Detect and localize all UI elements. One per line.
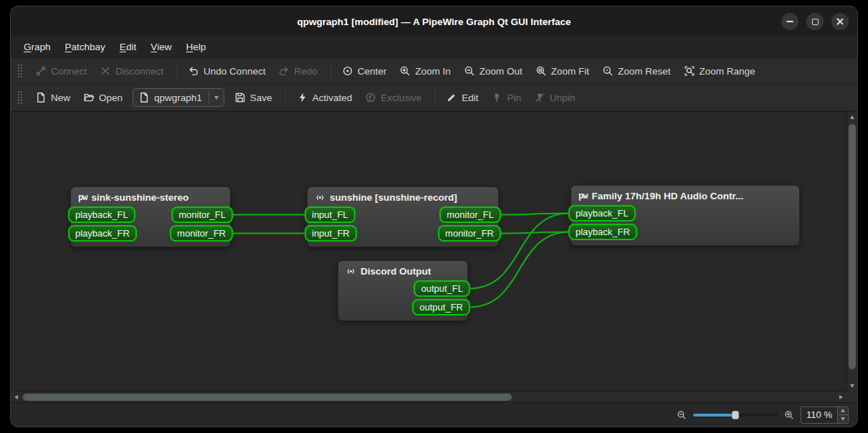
- toolbar-button-disconnect: Disconnect: [94, 62, 169, 80]
- zoom-decrement-button[interactable]: [838, 414, 848, 423]
- status-bar: 110 %: [11, 402, 857, 427]
- scroll-right-button[interactable]: [836, 392, 846, 403]
- disconnect-icon: [100, 65, 111, 77]
- toolbar-button-label: Exclusive: [381, 92, 421, 103]
- menu-graph[interactable]: Graph: [16, 37, 58, 57]
- toolbar-button-zoom-range[interactable]: Zoom Range: [678, 62, 761, 80]
- port-playback_FR[interactable]: playback_FR: [68, 225, 137, 242]
- maximize-button[interactable]: [806, 13, 824, 30]
- toolbar-button-edit[interactable]: Edit: [440, 88, 484, 107]
- scroll-left-button[interactable]: [11, 392, 22, 403]
- toolbar-button-center[interactable]: Center: [336, 62, 393, 80]
- zoom-out-icon[interactable]: [677, 410, 687, 420]
- combobox-value: qpwgraph1: [154, 92, 202, 103]
- wire-sunshine.monitor_FR-to-family-hd-audio.playback_FR[interactable]: [500, 232, 569, 234]
- zoom-increment-button[interactable]: [838, 407, 848, 415]
- toolbar-button-zoom-reset[interactable]: Zoom Reset: [596, 62, 677, 80]
- port-playback_FL[interactable]: playback_FL: [68, 206, 135, 223]
- horizontal-scrollbar: [11, 391, 846, 402]
- close-button[interactable]: [831, 13, 849, 30]
- menu-patchbay[interactable]: Patchbay: [58, 37, 113, 57]
- pipewire-icon: pw: [78, 192, 87, 202]
- graph-toolbar: ConnectDisconnectUndo ConnectRedoCenterZ…: [11, 58, 857, 85]
- toolbar-button-pin: Pin: [485, 88, 527, 107]
- toolbar-button-zoom-fit[interactable]: Zoom Fit: [530, 62, 595, 80]
- node-sink-sunshine-stereo[interactable]: pwsink-sunshine-stereoplayback_FLplaybac…: [70, 186, 231, 247]
- node-discord-output[interactable]: Discord Outputoutput_FLoutput_FR: [338, 260, 468, 321]
- toolbar-separator: [329, 63, 330, 79]
- toolbar-button-save[interactable]: Save: [229, 88, 278, 107]
- port-monitor_FL[interactable]: monitor_FL: [439, 206, 501, 223]
- scroll-down-button[interactable]: [847, 381, 858, 391]
- toolbar-button-activated[interactable]: Activated: [291, 88, 358, 107]
- zoom-spinbox[interactable]: 110 %: [801, 406, 849, 424]
- open-icon: [83, 92, 95, 103]
- graph-canvas[interactable]: pwsink-sunshine-stereoplayback_FLplaybac…: [11, 112, 846, 391]
- menu-help[interactable]: Help: [178, 37, 213, 57]
- zoom-value: 110 %: [801, 407, 837, 423]
- doc-icon: [138, 92, 150, 103]
- menu-edit[interactable]: Edit: [113, 37, 143, 57]
- port-monitor_FR[interactable]: monitor_FR: [170, 225, 233, 242]
- port-monitor_FL[interactable]: monitor_FL: [171, 206, 233, 223]
- maximize-icon: [812, 19, 819, 25]
- port-playback_FL[interactable]: playback_FL: [568, 205, 636, 222]
- scrollbar-corner: [846, 391, 857, 402]
- toolbar-button-label: Save: [250, 92, 272, 103]
- port-monitor_FR[interactable]: monitor_FR: [438, 225, 501, 242]
- toolbar-button-open[interactable]: Open: [77, 88, 128, 107]
- zoom-slider-handle[interactable]: [732, 411, 739, 419]
- toolbar-button-exclusive: Exclusive: [359, 88, 427, 107]
- triangle-up-icon: [850, 115, 854, 119]
- toolbar-button-label: Disconnect: [115, 66, 163, 77]
- toolbar-button-new[interactable]: New: [29, 88, 76, 107]
- vertical-scrollbar-thumb[interactable]: [849, 124, 856, 369]
- toolbar-button-zoom-out[interactable]: Zoom Out: [458, 62, 528, 80]
- port-output_FL[interactable]: output_FL: [414, 280, 470, 297]
- unpin-icon: [534, 92, 545, 103]
- zoom-reset-icon: [602, 65, 614, 77]
- node-header: pwsink-sunshine-stereo: [71, 187, 230, 206]
- horizontal-scrollbar-thumb[interactable]: [23, 394, 512, 401]
- port-playback_FR[interactable]: playback_FR: [568, 224, 637, 240]
- zoom-slider[interactable]: [693, 409, 778, 421]
- toolbar-handle[interactable]: [17, 90, 23, 105]
- port-input_FL[interactable]: input_FL: [305, 206, 356, 223]
- graph-view: pwsink-sunshine-stereoplayback_FLplaybac…: [11, 111, 857, 402]
- port-input_FR[interactable]: input_FR: [305, 225, 357, 242]
- toolbar-handle[interactable]: [17, 64, 23, 78]
- port-output_FR[interactable]: output_FR: [412, 299, 470, 315]
- window-controls: [781, 13, 849, 30]
- toolbar-button-label: Pin: [507, 92, 521, 103]
- monitor-icon: [345, 266, 356, 277]
- wire-sunshine.monitor_FL-to-family-hd-audio.playback_FL[interactable]: [500, 214, 569, 215]
- toolbar-button-label: Zoom Reset: [618, 66, 671, 77]
- triangle-right-icon: [839, 395, 843, 399]
- vertical-scrollbar-track: [847, 123, 857, 381]
- triangle-left-icon: [14, 395, 18, 399]
- minimize-button[interactable]: [781, 13, 798, 30]
- pin-icon: [491, 92, 502, 103]
- zoom-in-icon[interactable]: [784, 410, 794, 420]
- toolbar-button-label: Unpin: [550, 92, 575, 103]
- zoom-in-icon: [399, 65, 411, 77]
- node-sunshine[interactable]: sunshine [sunshine-record]input_FLinput_…: [307, 186, 499, 247]
- toolbar-button-zoom-in[interactable]: Zoom In: [394, 62, 457, 80]
- triangle-down-icon: [841, 417, 845, 421]
- menu-view[interactable]: View: [143, 37, 178, 57]
- menu-bar: GraphPatchbayEditViewHelp: [11, 37, 857, 58]
- scroll-up-button[interactable]: [847, 112, 858, 123]
- toolbar-separator: [284, 90, 285, 105]
- toolbar-button-label: Redo: [294, 66, 317, 77]
- activated-icon: [297, 92, 308, 103]
- node-header: sunshine [sunshine-record]: [307, 187, 498, 206]
- toolbar-separator: [433, 90, 434, 105]
- window-title: qpwgraph1 [modified] — A PipeWire Graph …: [297, 16, 571, 27]
- toolbar-button-undo-connect[interactable]: Undo Connect: [182, 62, 271, 80]
- toolbar-button-redo: Redo: [272, 62, 323, 80]
- patchbay-file-combobox[interactable]: qpwgraph1: [133, 88, 224, 107]
- zoom-fit-icon: [535, 65, 547, 77]
- toolbar-button-label: Open: [99, 92, 123, 103]
- node-family-hd-audio[interactable]: pwFamily 17h/19h HD Audio Contr...playba…: [571, 185, 800, 246]
- toolbar-button-label: Zoom Range: [700, 66, 755, 77]
